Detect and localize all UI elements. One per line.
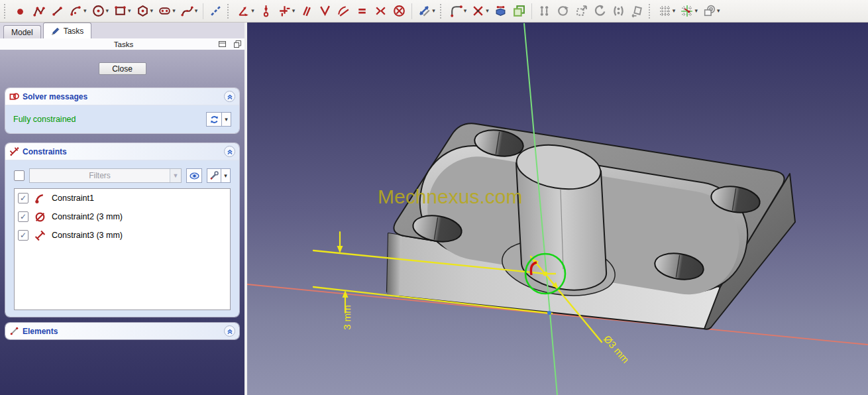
constraints-settings-dropdown-arrow[interactable]: ▾	[221, 168, 231, 183]
constraint-tangent-icon	[337, 4, 351, 18]
toggle-snap-dropdown-arrow[interactable]: ▾	[694, 8, 698, 14]
create-circle-dropdown-arrow[interactable]: ▾	[106, 8, 109, 14]
create-line-button[interactable]	[48, 2, 66, 21]
external-geometry-button[interactable]	[492, 2, 510, 21]
dock-float-icon[interactable]	[218, 40, 227, 48]
sketcher-visual-handle[interactable]	[649, 4, 653, 19]
3d-viewport[interactable]: Mechnexus.com 3 mm Ø3 mm	[247, 23, 868, 395]
constraint-checkbox[interactable]: ✓	[18, 230, 28, 241]
tab-tasks[interactable]: Tasks	[43, 23, 92, 38]
constraints-visibility-button[interactable]	[186, 168, 202, 183]
constraint-parallel-button[interactable]	[298, 2, 315, 21]
constraints-section: Constraints Filters ▼	[5, 143, 239, 317]
carbon-copy-button[interactable]	[510, 2, 528, 21]
rescale-sketch-icon	[630, 4, 644, 18]
create-circle-button[interactable]: ▾	[89, 2, 111, 21]
constraints-filter-checkbox[interactable]	[14, 170, 25, 181]
constraint-horizontal-vertical-dropdown-arrow[interactable]: ▾	[292, 8, 296, 14]
sketch-circle-center-point[interactable]	[543, 272, 547, 276]
filters-dropdown-arrow: ▼	[170, 169, 181, 182]
sketcher-tools-handle[interactable]	[440, 4, 445, 19]
constraints-header[interactable]: Constraints	[5, 143, 239, 160]
constraints-filter-combobox[interactable]: Filters ▼	[29, 168, 182, 183]
constraint-tangent-button[interactable]	[335, 2, 353, 21]
constraint-label: Constraint3 (3 mm)	[52, 231, 123, 240]
elements-header[interactable]: Elements	[5, 323, 239, 339]
solver-collapse-icon[interactable]	[224, 91, 235, 102]
constraint-equal-button[interactable]	[353, 2, 371, 21]
tab-model[interactable]: Model	[3, 25, 41, 38]
create-point-button[interactable]	[11, 2, 29, 21]
rendering-order-button[interactable]: ▾	[700, 2, 722, 21]
dimension-distance-label[interactable]: 3 mm	[341, 305, 353, 330]
solver-messages-header[interactable]: Solver messages	[5, 88, 239, 105]
toggle-construction-geometry-button[interactable]	[207, 2, 225, 21]
select-dof-elements-button[interactable]	[535, 2, 553, 21]
constraints-list[interactable]: ✓Constraint1✓Constraint2 (3 mm)✓Constrai…	[14, 188, 231, 310]
switch-virtual-space-button[interactable]	[591, 2, 609, 21]
top-toolbar: ▾▾▾▾▾▾▾▾▾▾▾▾▾▾	[0, 0, 868, 23]
dimension-diameter-label[interactable]: Ø3 mm	[602, 333, 631, 365]
elements-collapse-icon[interactable]	[224, 325, 235, 337]
constraint-checkbox[interactable]: ✓	[18, 193, 28, 203]
sketcher-geometries-handle[interactable]	[4, 4, 9, 19]
toggle-grid-icon	[658, 4, 672, 18]
rendering-order-icon	[702, 4, 716, 18]
select-associated-constraints-button[interactable]	[610, 2, 627, 21]
create-slot-button[interactable]: ▾	[156, 2, 178, 21]
solver-messages-icon	[9, 91, 19, 101]
constraint-perpendicular-button[interactable]	[316, 2, 334, 21]
create-polygon-dropdown-arrow[interactable]: ▾	[150, 8, 154, 14]
constraints-settings-button[interactable]	[207, 168, 221, 183]
solver-refresh-button[interactable]	[206, 112, 222, 127]
toggle-driving-constraint-icon	[417, 4, 431, 18]
constraint-block-button[interactable]	[390, 2, 408, 21]
toggle-construction-geometry-icon	[209, 4, 223, 18]
select-conflicting-constraints-button[interactable]	[572, 2, 590, 21]
switch-virtual-space-icon	[593, 4, 607, 18]
create-polyline-button[interactable]	[30, 2, 48, 21]
create-fillet-button[interactable]: ▾	[447, 2, 469, 21]
constraint-row[interactable]: ✓Constraint2 (3 mm)	[15, 207, 230, 226]
toggle-snap-button[interactable]: ▾	[678, 2, 700, 21]
rendering-order-dropdown-arrow[interactable]: ▾	[717, 8, 720, 14]
toggle-snap-icon	[680, 4, 694, 18]
create-slot-icon	[158, 4, 172, 18]
constraint-horizontal-vertical-button[interactable]: ▾	[276, 2, 298, 21]
constraint-row[interactable]: ✓Constraint3 (3 mm)	[15, 226, 230, 245]
toggle-driving-constraint-button[interactable]: ▾	[415, 2, 437, 21]
sketch-origin-point[interactable]	[547, 311, 551, 315]
constraint-dimension-dropdown-arrow[interactable]: ▾	[251, 8, 254, 14]
create-arc-dropdown-arrow[interactable]: ▾	[83, 8, 87, 14]
toggle-grid-button[interactable]: ▾	[656, 2, 678, 21]
create-arc-button[interactable]: ▾	[67, 2, 89, 21]
constraint-dimension-button[interactable]: ▾	[235, 2, 256, 21]
arcpoint-constraint-icon	[34, 193, 46, 204]
toggle-grid-dropdown-arrow[interactable]: ▾	[673, 8, 676, 14]
eye-icon	[189, 170, 200, 182]
create-bspline-button[interactable]: ▾	[178, 2, 200, 21]
dock-restore-icon[interactable]	[233, 40, 242, 48]
constraint-row[interactable]: ✓Constraint1	[15, 189, 230, 207]
constraint-checkbox[interactable]: ✓	[18, 211, 28, 222]
solver-refresh-dropdown-arrow[interactable]: ▾	[222, 112, 231, 127]
create-rectangle-dropdown-arrow[interactable]: ▾	[128, 8, 131, 14]
tasks-panel: Close Solver messages Fully constrained	[0, 50, 244, 395]
create-bspline-dropdown-arrow[interactable]: ▾	[195, 8, 198, 14]
sketcher-constraints-handle[interactable]	[227, 4, 232, 19]
create-fillet-icon	[449, 4, 463, 18]
create-slot-dropdown-arrow[interactable]: ▾	[172, 8, 176, 14]
dock-splitter[interactable]	[244, 23, 247, 395]
rescale-sketch-button[interactable]	[628, 2, 646, 21]
toggle-driving-constraint-dropdown-arrow[interactable]: ▾	[432, 8, 435, 14]
trim-edge-button[interactable]: ▾	[469, 2, 491, 21]
constraint-symmetric-button[interactable]	[372, 2, 390, 21]
create-rectangle-button[interactable]: ▾	[111, 2, 133, 21]
create-fillet-dropdown-arrow[interactable]: ▾	[464, 8, 467, 14]
close-button[interactable]: Close	[99, 62, 146, 75]
constraint-coincident-button[interactable]	[257, 2, 275, 21]
constraints-collapse-icon[interactable]	[224, 146, 235, 157]
trim-edge-dropdown-arrow[interactable]: ▾	[486, 8, 489, 14]
create-polygon-button[interactable]: ▾	[134, 2, 156, 21]
select-redundant-constraints-button[interactable]	[554, 2, 572, 21]
